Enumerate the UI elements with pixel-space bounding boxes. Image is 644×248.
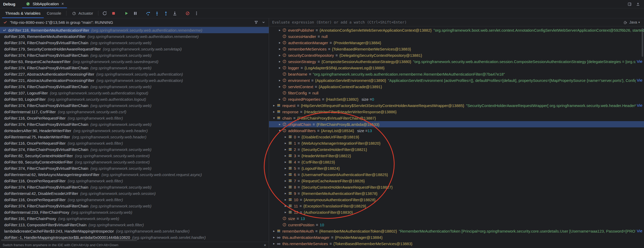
chevron-right-icon[interactable]: ▸ — [283, 154, 288, 157]
variable-row[interactable]: ▸9={RememberMeAuthenticationFilter@13878… — [269, 190, 644, 196]
frame-row[interactable]: doFilter:374, FilterChainProxy$VirtualFi… — [0, 146, 269, 153]
frame-row[interactable]: doFilterInternal:42, DisableEncodeUrlFil… — [0, 190, 269, 196]
variable-row[interactable]: ▸feventPublisher={AnnotationConfigServle… — [269, 27, 644, 33]
layout-icon[interactable] — [627, 1, 632, 7]
variable-row[interactable]: ▸foriginalChain={FilterChainProxy$Lambda… — [269, 121, 644, 127]
chevron-right-icon[interactable]: ▸ — [283, 160, 288, 164]
variable-row[interactable]: ▾fadditionalFilters={ArrayList@18534}siz… — [269, 127, 644, 134]
frame-row[interactable]: doFilter:116, OncePerRequestFilter(org.s… — [0, 140, 269, 146]
tab-threads-variables[interactable]: Threads & Variables — [2, 8, 44, 18]
variable-row[interactable]: ▸4={CsrfFilter@18823} — [269, 159, 644, 165]
variable-row[interactable]: ▸7={RequestCacheAwareFilter@18826} — [269, 178, 644, 184]
chevron-right-icon[interactable]: ▸ — [272, 242, 276, 245]
frame-row[interactable]: doFilter:374, FilterChainProxy$VirtualFi… — [0, 203, 269, 209]
frame-row[interactable]: lambda$createCacheFilter$3:243, HandlerM… — [0, 228, 269, 234]
chevron-right-icon[interactable]: ▸ — [283, 173, 288, 176]
chevron-right-icon[interactable]: ▸ — [283, 166, 288, 170]
mute-breakpoints-icon[interactable] — [184, 9, 192, 17]
variable-row[interactable]: ▸response={HeaderWriterFilter$HeaderWrit… — [269, 109, 644, 115]
chevron-right-icon[interactable]: ▸ — [283, 141, 288, 145]
step-into-icon[interactable] — [153, 9, 161, 17]
frame-row[interactable]: doFilter:227, AbstractAuthenticationProc… — [0, 71, 269, 77]
chevron-down-icon[interactable] — [261, 20, 266, 25]
chevron-right-icon[interactable]: ▸ — [277, 28, 282, 32]
chevron-right-icon[interactable]: ▸ — [283, 135, 288, 139]
language-selector[interactable]: Java ▾ — [623, 20, 641, 25]
variable-row[interactable]: ▸6={UsernamePasswordAuthenticationFilter… — [269, 171, 644, 178]
chevron-right-icon[interactable]: ▸ — [277, 122, 282, 126]
chevron-down-icon[interactable]: ▾ — [277, 129, 282, 132]
rerun-icon[interactable] — [101, 9, 109, 17]
chevron-right-icon[interactable]: ▸ — [283, 204, 288, 208]
variable-row[interactable]: ▸11={ExceptionTranslationFilter@18829} — [269, 203, 644, 209]
tab-actuator[interactable]: Actuator — [68, 8, 96, 18]
view-link[interactable]: Vie — [636, 58, 644, 65]
chevron-right-icon[interactable]: ▸ — [277, 97, 282, 101]
frame-row[interactable]: doFilter:113, CompositeFilter$VirtualFil… — [0, 222, 269, 228]
view-link[interactable]: Vie — [636, 228, 644, 234]
chevron-down-icon[interactable]: ▾ — [272, 116, 276, 120]
variable-row[interactable]: fsuccessHandler=null — [269, 33, 644, 40]
frame-row[interactable]: doFilter:107, LogoutFilter(org.springfra… — [0, 90, 269, 96]
variable-row[interactable]: ▸12={AuthorizationFilter@18830} — [269, 209, 644, 215]
frame-row[interactable]: doFilter:179, SecurityContextHolderAware… — [0, 46, 269, 52]
chevron-right-icon[interactable]: ▸ — [277, 47, 282, 51]
chevron-right-icon[interactable]: ▸ — [272, 229, 276, 233]
variable-row[interactable]: ▸flogger={LogAdapter$Slf4jLocationAwareL… — [269, 65, 644, 71]
chevron-right-icon[interactable]: ▸ — [283, 191, 288, 195]
resume-icon[interactable] — [122, 9, 130, 17]
frame-row[interactable]: doFilter:93, LogoutFilter(org.springfram… — [0, 96, 269, 102]
frame-row[interactable]: doFilter:374, FilterChainProxy$VirtualFi… — [0, 184, 269, 190]
variable-row[interactable]: fsize=13 — [269, 215, 644, 222]
close-icon[interactable]: × — [61, 2, 64, 6]
variable-row[interactable]: ▸10={AnonymousAuthenticationFilter@18828… — [269, 196, 644, 203]
variable-row[interactable]: ▸fauthenticationManager={ProviderManager… — [269, 40, 644, 46]
variable-row[interactable]: ▸this.authenticationManager={ProviderMan… — [269, 234, 644, 240]
chevron-right-icon[interactable]: ▸ — [283, 185, 288, 189]
variable-row[interactable]: ▸frememberMeServices={TokenBasedRemember… — [269, 46, 644, 52]
variable-row[interactable]: ▸3={HeaderWriterFilter@18822} — [269, 153, 644, 159]
chevron-right-icon[interactable]: ▸ — [283, 198, 288, 201]
variable-row[interactable]: ▸this.rememberMeServices={TokenBasedReme… — [269, 240, 644, 247]
variable-row[interactable]: ▸fsessionStrategy={CompositeSessionAuthe… — [269, 58, 644, 65]
frame-row[interactable]: doFilterInternal:62, WebAsyncManagerInte… — [0, 171, 269, 178]
tab-console[interactable]: Console — [44, 8, 64, 18]
hide-icon[interactable] — [635, 1, 641, 7]
chevron-right-icon[interactable]: ▸ — [277, 66, 282, 70]
evaluate-input[interactable] — [272, 20, 620, 24]
variable-row[interactable]: ffilterConfig=null — [269, 90, 644, 96]
frame-row[interactable]: doFilter:116, OncePerRequestFilter(org.s… — [0, 178, 269, 184]
frame-row[interactable]: doFilterInternal:233, FilterChainProxy(o… — [0, 209, 269, 215]
variable-row[interactable]: ▸5={LogoutFilter@18824} — [269, 165, 644, 171]
session-tab[interactable]: SbbApplication × — [22, 0, 67, 8]
frame-row[interactable]: doFilter:374, FilterChainProxy$VirtualFi… — [0, 40, 269, 46]
chevron-right-icon[interactable]: ▸ — [277, 41, 282, 44]
chevron-right-icon[interactable]: ▸ — [283, 210, 288, 214]
frame-row[interactable]: doFilter:374, FilterChainProxy$VirtualFi… — [0, 121, 269, 127]
frame-row[interactable]: doFilter:116, OncePerRequestFilter(org.s… — [0, 196, 269, 203]
more-icon[interactable] — [193, 9, 200, 17]
view-link[interactable]: Vie — [636, 102, 644, 109]
chevron-right-icon[interactable]: ▸ — [272, 235, 276, 239]
variable-row[interactable]: ▸fsecurityContextRepository={DelegatingS… — [269, 52, 644, 58]
frame-row[interactable]: doFilterInternal:75, HeaderWriterFilter(… — [0, 134, 269, 140]
variable-row[interactable]: ▸frequiredProperties={HashSet@13892}size… — [269, 96, 644, 102]
frame-row[interactable]: doFilter:374, FilterChainProxy$VirtualFi… — [0, 102, 269, 109]
horizontal-scrollbar[interactable] — [1, 239, 137, 241]
chevron-right-icon[interactable]: ▸ — [283, 148, 288, 151]
close-icon[interactable]: × — [264, 243, 266, 247]
variable-row[interactable]: ▸0={DisableEncodeUrlFilter@18819} — [269, 134, 644, 140]
step-out-icon[interactable] — [162, 9, 170, 17]
step-over-icon[interactable] — [144, 9, 152, 17]
frame-row[interactable]: doFilter:374, FilterChainProxy$VirtualFi… — [0, 65, 269, 71]
variable-row[interactable]: ▸fservletContext={ApplicationContextFaca… — [269, 83, 644, 90]
variable-row[interactable]: fcurrentPosition=10 — [269, 222, 644, 228]
frame-row[interactable]: doFilterInternal:117, CsrfFilter(org.spr… — [0, 109, 269, 115]
view-link[interactable]: Vie — [636, 77, 644, 83]
chevron-right-icon[interactable]: ▸ — [277, 85, 282, 88]
stop-icon[interactable] — [110, 9, 117, 17]
frame-row[interactable]: doFilter:374, FilterChainProxy$VirtualFi… — [0, 83, 269, 90]
frame-row[interactable]: doFilter:116, OncePerRequestFilter(org.s… — [0, 115, 269, 121]
filter-icon[interactable] — [254, 20, 259, 25]
frame-row[interactable]: doFilter:118, RememberMeAuthenticationFi… — [0, 27, 269, 33]
